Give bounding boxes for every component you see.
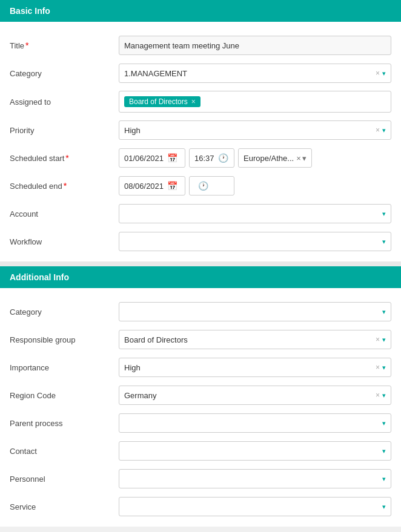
contact-select[interactable]: ▾ xyxy=(119,441,391,461)
scheduled-start-timezone-select[interactable]: Europe/Athe... × ▾ xyxy=(238,148,312,168)
importance-select[interactable]: High × ▾ xyxy=(119,358,391,377)
importance-clear-icon[interactable]: × xyxy=(376,363,380,372)
scheduled-start-required-star: * xyxy=(65,153,68,163)
parent-process-label: Parent process xyxy=(10,419,119,428)
account-select[interactable]: ▾ xyxy=(119,204,391,223)
category-row: Category 1.MANAGEMENT × ▾ xyxy=(10,63,391,84)
category-select[interactable]: 1.MANAGEMENT × ▾ xyxy=(119,64,391,83)
personnel-row: Personnel ▾ xyxy=(10,468,391,489)
parent-process-select[interactable]: ▾ xyxy=(119,413,391,433)
scheduled-end-clock-icon[interactable]: 🕐 xyxy=(198,181,208,191)
category-clear-icon[interactable]: × xyxy=(376,69,380,77)
importance-row: Importance High × ▾ xyxy=(10,357,391,378)
contact-label: Contact xyxy=(10,447,119,456)
contact-chevron-icon: ▾ xyxy=(382,447,386,455)
importance-input-wrapper: High × ▾ xyxy=(119,358,391,377)
title-input[interactable] xyxy=(119,36,391,55)
service-input-wrapper: ▾ xyxy=(119,497,391,516)
category-select-value: 1.MANAGEMENT xyxy=(124,69,376,78)
region-code-select-value: Germany xyxy=(124,391,376,400)
title-label: Title * xyxy=(10,41,119,50)
contact-row: Contact ▾ xyxy=(10,441,391,461)
additional-category-input-wrapper: ▾ xyxy=(119,302,391,321)
additional-category-label: Category xyxy=(10,307,119,317)
additional-category-chevron-icon: ▾ xyxy=(382,308,386,316)
scheduled-start-time-value: 16:37 xyxy=(194,154,214,163)
service-row: Service ▾ xyxy=(10,496,391,517)
title-required-star: * xyxy=(25,41,28,50)
form-container: Basic Info Title * Category 1.MANAGEMENT… xyxy=(0,0,401,527)
importance-select-icons: × ▾ xyxy=(376,363,386,372)
personnel-chevron-icon: ▾ xyxy=(382,475,386,483)
priority-input-wrapper: High × ▾ xyxy=(119,120,391,140)
account-chevron-icon: ▾ xyxy=(382,210,386,218)
region-code-clear-icon[interactable]: × xyxy=(376,391,380,399)
category-input-wrapper: 1.MANAGEMENT × ▾ xyxy=(119,64,391,83)
scheduled-start-date-value: 01/06/2021 xyxy=(124,154,164,163)
scheduled-start-datetime: 01/06/2021 📅 16:37 🕐 Europe/Athe... × ▾ xyxy=(119,148,391,168)
personnel-input-wrapper: ▾ xyxy=(119,469,391,488)
personnel-select[interactable]: ▾ xyxy=(119,469,391,488)
scheduled-start-input-wrapper: 01/06/2021 📅 16:37 🕐 Europe/Athe... × ▾ xyxy=(119,148,391,168)
basic-info-title: Basic Info xyxy=(10,6,50,16)
assigned-to-box[interactable]: Board of Directors × xyxy=(119,91,391,113)
scheduled-end-calendar-icon[interactable]: 📅 xyxy=(167,181,177,191)
workflow-select[interactable]: ▾ xyxy=(119,232,391,251)
service-chevron-icon: ▾ xyxy=(382,503,386,511)
parent-process-chevron-icon: ▾ xyxy=(382,419,386,427)
responsible-group-input-wrapper: Board of Directors × ▾ xyxy=(119,330,391,349)
scheduled-end-date-value: 08/06/2021 xyxy=(124,182,164,191)
scheduled-end-time-input[interactable]: 🕐 xyxy=(189,176,234,195)
scheduled-start-clock-icon[interactable]: 🕐 xyxy=(218,153,228,163)
assigned-tag-remove-icon[interactable]: × xyxy=(191,97,196,106)
scheduled-start-timezone-icons: × ▾ xyxy=(296,154,307,163)
region-code-input-wrapper: Germany × ▾ xyxy=(119,386,391,405)
scheduled-start-calendar-icon[interactable]: 📅 xyxy=(167,153,177,163)
additional-category-select-icons: ▾ xyxy=(382,308,386,316)
importance-chevron-icon: ▾ xyxy=(382,364,386,372)
priority-select[interactable]: High × ▾ xyxy=(119,120,391,140)
region-code-row: Region Code Germany × ▾ xyxy=(10,385,391,406)
workflow-row: Workflow ▾ xyxy=(10,231,391,252)
scheduled-start-date-input[interactable]: 01/06/2021 📅 xyxy=(119,148,185,168)
priority-select-icons: × ▾ xyxy=(376,126,386,134)
additional-category-row: Category ▾ xyxy=(10,301,391,322)
responsible-group-row: Responsible group Board of Directors × ▾ xyxy=(10,329,391,350)
scheduled-start-time-input[interactable]: 16:37 🕐 xyxy=(189,148,234,168)
responsible-group-select-icons: × ▾ xyxy=(376,335,386,344)
scheduled-end-input-wrapper: 08/06/2021 📅 🕐 xyxy=(119,176,391,195)
responsible-group-chevron-icon: ▾ xyxy=(382,336,386,344)
priority-clear-icon[interactable]: × xyxy=(376,126,380,134)
priority-row: Priority High × ▾ xyxy=(10,120,391,140)
service-select[interactable]: ▾ xyxy=(119,497,391,516)
scheduled-end-date-input[interactable]: 08/06/2021 📅 xyxy=(119,176,185,195)
scheduled-end-required-star: * xyxy=(64,181,67,191)
timezone-clear-icon[interactable]: × xyxy=(296,154,301,163)
priority-chevron-icon: ▾ xyxy=(382,126,386,134)
timezone-chevron-icon: ▾ xyxy=(302,154,307,163)
importance-label: Importance xyxy=(10,363,119,372)
parent-process-input-wrapper: ▾ xyxy=(119,413,391,433)
responsible-group-clear-icon[interactable]: × xyxy=(376,335,380,344)
account-label: Account xyxy=(10,209,119,218)
responsible-group-select[interactable]: Board of Directors × ▾ xyxy=(119,330,391,349)
additional-category-select[interactable]: ▾ xyxy=(119,302,391,321)
additional-info-header: Additional Info xyxy=(0,266,401,288)
scheduled-end-row: Scheduled end * 08/06/2021 📅 🕐 xyxy=(10,176,391,196)
title-row: Title * xyxy=(10,35,391,56)
assigned-to-row: Assigned to Board of Directors × xyxy=(10,91,391,113)
scheduled-start-timezone-value: Europe/Athe... xyxy=(244,154,294,163)
basic-info-body: Title * Category 1.MANAGEMENT × ▾ xyxy=(0,22,401,261)
account-input-wrapper: ▾ xyxy=(119,204,391,223)
scheduled-end-datetime: 08/06/2021 📅 🕐 xyxy=(119,176,391,195)
assigned-to-label: Assigned to xyxy=(10,97,119,107)
workflow-chevron-icon: ▾ xyxy=(382,238,386,246)
scheduled-start-row: Scheduled start * 01/06/2021 📅 16:37 🕐 E… xyxy=(10,148,391,168)
workflow-select-icons: ▾ xyxy=(382,238,386,246)
region-code-label: Region Code xyxy=(10,391,119,400)
region-code-select[interactable]: Germany × ▾ xyxy=(119,386,391,405)
title-input-wrapper xyxy=(119,36,391,55)
additional-info-body: Category ▾ Responsible group Board of Di… xyxy=(0,288,401,527)
personnel-select-icons: ▾ xyxy=(382,475,386,483)
basic-info-header: Basic Info xyxy=(0,0,401,22)
